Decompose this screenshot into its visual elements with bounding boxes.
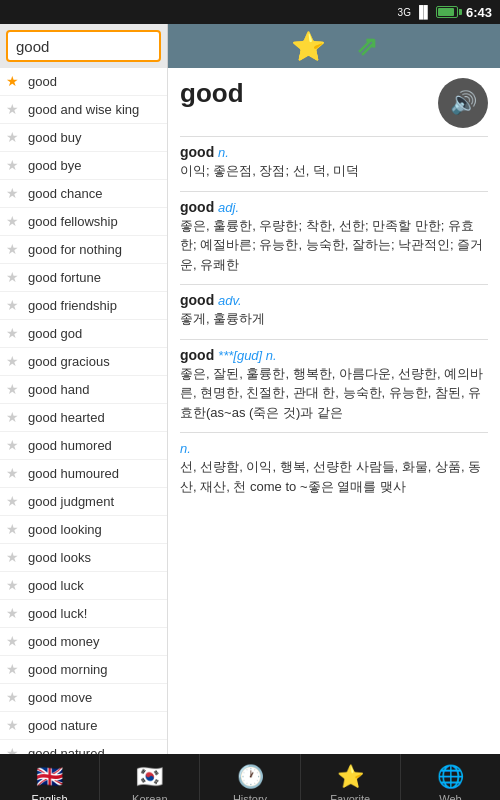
word-text: good natured — [28, 746, 105, 754]
star-icon[interactable]: ★ — [6, 241, 24, 259]
list-item[interactable]: ★good hand — [0, 376, 167, 404]
search-input[interactable] — [6, 30, 161, 62]
nav-item-english[interactable]: 🇬🇧English — [0, 754, 100, 800]
web-label: Web — [439, 793, 461, 801]
list-item[interactable]: ★good god — [0, 320, 167, 348]
entry-block: good n.이익; 좋은점, 장점; 선, 덕, 미덕 — [180, 143, 488, 181]
list-item[interactable]: ★good morning — [0, 656, 167, 684]
star-icon[interactable]: ★ — [6, 157, 24, 175]
nav-item-history[interactable]: 🕐History — [200, 754, 300, 800]
list-item[interactable]: ★good humoured — [0, 460, 167, 488]
word-list: ★good★good and wise king★good buy★good b… — [0, 68, 167, 754]
word-text: good fellowship — [28, 214, 118, 229]
list-item[interactable]: ★good fellowship — [0, 208, 167, 236]
battery-fill — [438, 8, 454, 16]
list-item[interactable]: ★good chance — [0, 180, 167, 208]
list-item[interactable]: ★good — [0, 68, 167, 96]
word-text: good gracious — [28, 354, 110, 369]
nav-item-favorite[interactable]: ⭐Favorite — [301, 754, 401, 800]
list-item[interactable]: ★good buy — [0, 124, 167, 152]
divider — [180, 432, 488, 433]
word-text: good fortune — [28, 270, 101, 285]
list-item[interactable]: ★good for nothing — [0, 236, 167, 264]
star-icon[interactable]: ★ — [6, 409, 24, 427]
favorite-label: Favorite — [330, 793, 370, 801]
share-button[interactable]: ⇗ — [356, 31, 378, 62]
signal-text: 3G — [398, 7, 411, 18]
star-icon[interactable]: ★ — [6, 325, 24, 343]
star-icon[interactable]: ★ — [6, 381, 24, 399]
list-item[interactable]: ★good move — [0, 684, 167, 712]
list-item[interactable]: ★good luck — [0, 572, 167, 600]
list-item[interactable]: ★good money — [0, 628, 167, 656]
entry-pos: adj. — [218, 200, 239, 215]
nav-item-korean[interactable]: 🇰🇷Korean — [100, 754, 200, 800]
list-item[interactable]: ★good looking — [0, 516, 167, 544]
list-item[interactable]: ★good humored — [0, 432, 167, 460]
divider — [180, 136, 488, 137]
list-item[interactable]: ★good natured — [0, 740, 167, 754]
star-icon[interactable]: ★ — [6, 129, 24, 147]
word-text: good hearted — [28, 410, 105, 425]
list-item[interactable]: ★good bye — [0, 152, 167, 180]
star-icon[interactable]: ★ — [6, 465, 24, 483]
star-icon[interactable]: ★ — [6, 437, 24, 455]
favorite-button[interactable]: ⭐ — [291, 30, 326, 63]
word-text: good hand — [28, 382, 89, 397]
star-icon[interactable]: ★ — [6, 297, 24, 315]
entry-block: good adv.좋게, 훌륭하게 — [180, 291, 488, 329]
word-title: good — [180, 78, 244, 109]
star-icon[interactable]: ★ — [6, 521, 24, 539]
speaker-button[interactable] — [438, 78, 488, 128]
word-text: good friendship — [28, 298, 117, 313]
content-header: good — [180, 78, 488, 128]
entry-word: good — [180, 144, 218, 160]
nav-item-web[interactable]: 🌐Web — [401, 754, 500, 800]
entry-word: good — [180, 347, 218, 363]
star-icon[interactable]: ★ — [6, 73, 24, 91]
word-text: good move — [28, 690, 92, 705]
star-icon[interactable]: ★ — [6, 633, 24, 651]
divider — [180, 339, 488, 340]
star-icon[interactable]: ★ — [6, 101, 24, 119]
list-item[interactable]: ★good gracious — [0, 348, 167, 376]
star-icon[interactable]: ★ — [6, 353, 24, 371]
divider — [180, 284, 488, 285]
bottom-nav: 🇬🇧English🇰🇷Korean🕐History⭐Favorite🌐Web — [0, 754, 500, 800]
sidebar: ★good★good and wise king★good buy★good b… — [0, 68, 168, 754]
list-item[interactable]: ★good luck! — [0, 600, 167, 628]
star-icon[interactable]: ★ — [6, 213, 24, 231]
entry-def: 좋게, 훌륭하게 — [180, 311, 265, 326]
word-text: good looking — [28, 522, 102, 537]
star-icon[interactable]: ★ — [6, 661, 24, 679]
star-icon[interactable]: ★ — [6, 185, 24, 203]
entry-def: 선, 선량함, 이익, 행복, 선량한 사람들, 화물, 상품, 동산, 재산,… — [180, 459, 481, 494]
list-item[interactable]: ★good hearted — [0, 404, 167, 432]
star-icon[interactable]: ★ — [6, 269, 24, 287]
list-item[interactable]: ★good nature — [0, 712, 167, 740]
word-text: good nature — [28, 718, 97, 733]
entry-pos: adv. — [218, 293, 242, 308]
star-icon[interactable]: ★ — [6, 549, 24, 567]
star-icon[interactable]: ★ — [6, 689, 24, 707]
entry-block: n.선, 선량함, 이익, 행복, 선량한 사람들, 화물, 상품, 동산, 재… — [180, 439, 488, 496]
entry-block: good ***[gud] n.좋은, 잘된, 훌륭한, 행복한, 아름다운, … — [180, 346, 488, 423]
word-text: good chance — [28, 186, 102, 201]
status-bar: 3G ▐▌ 6:43 — [0, 0, 500, 24]
content-area: good good n.이익; 좋은점, 장점; 선, 덕, 미덕good ad… — [168, 68, 500, 754]
signal-bars: ▐▌ — [415, 5, 432, 19]
list-item[interactable]: ★good judgment — [0, 488, 167, 516]
star-icon[interactable]: ★ — [6, 577, 24, 595]
star-icon[interactable]: ★ — [6, 717, 24, 735]
entry-word: good — [180, 199, 218, 215]
entries-container: good n.이익; 좋은점, 장점; 선, 덕, 미덕good adj.좋은,… — [180, 143, 488, 496]
star-icon[interactable]: ★ — [6, 605, 24, 623]
list-item[interactable]: ★good and wise king — [0, 96, 167, 124]
list-item[interactable]: ★good looks — [0, 544, 167, 572]
list-item[interactable]: ★good friendship — [0, 292, 167, 320]
star-icon[interactable]: ★ — [6, 745, 24, 755]
word-text: good buy — [28, 130, 82, 145]
entry-def: 이익; 좋은점, 장점; 선, 덕, 미덕 — [180, 163, 359, 178]
star-icon[interactable]: ★ — [6, 493, 24, 511]
list-item[interactable]: ★good fortune — [0, 264, 167, 292]
